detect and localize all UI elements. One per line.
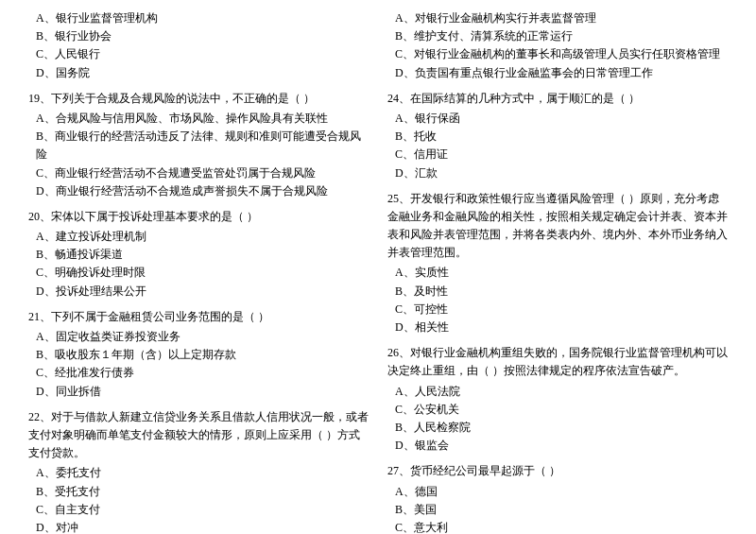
option-a: A、实质性 [387, 264, 728, 282]
option-d: D、汇款 [387, 164, 728, 182]
question-title-27: 27、货币经纪公司最早起源于（ ） [387, 462, 728, 480]
option-d: D、商业银行经营活动不合规造成声誉损失不属于合规风险 [28, 182, 369, 200]
option-c: C、可控性 [387, 301, 728, 319]
option-c: C、自主支付 [28, 501, 369, 519]
right-column: A、对银行业金融机构实行并表监督管理 B、维护支付、清算系统的正常运行 C、对银… [387, 9, 728, 534]
question-title-21: 21、下列不属于金融租赁公司业务范围的是（ ） [28, 308, 369, 326]
question-block-25: 25、开发银行和政策性银行应当遵循风险管理（ ）原则，充分考虑金融业务和金融风险… [387, 190, 728, 337]
option-b: B、畅通投诉渠道 [28, 246, 369, 264]
option-d: D、负责国有重点银行业金融监事会的日常管理工作 [387, 64, 728, 82]
question-title-22: 22、对于与借款人新建立信贷业务关系且借款人信用状况一般，或者支付对象明确而单笔… [28, 408, 369, 463]
question-title-26: 26、对银行业金融机构重组失败的，国务院银行业监督管理机构可以决定终止重组，由（… [387, 344, 728, 380]
question-block-26: 26、对银行业金融机构重组失败的，国务院银行业监督管理机构可以决定终止重组，由（… [387, 344, 728, 455]
question-block: A、银行业监督管理机构 B、银行业协会 C、人民银行 D、国务院 [28, 9, 369, 82]
option-c: C、意大利 [387, 519, 728, 534]
option-b: B、托收 [387, 128, 728, 146]
question-block-20: 20、宋体以下属于投诉处理基本要求的是（ ） A、建立投诉处理机制 B、畅通投诉… [28, 208, 369, 301]
question-block-19: 19、下列关于合规及合规风险的说法中，不正确的是（ ） A、合规风险与信用风险、… [28, 90, 369, 200]
option-a: A、银行业监督管理机构 [28, 9, 369, 27]
question-title-20: 20、宋体以下属于投诉处理基本要求的是（ ） [28, 208, 369, 226]
question-block-24: 24、在国际结算的几种方式中，属于顺汇的是（ ） A、银行保函 B、托收 C、信… [387, 90, 728, 182]
option-d: D、相关性 [387, 319, 728, 336]
option-a: A、合规风险与信用风险、市场风险、操作风险具有关联性 [28, 110, 369, 128]
option-a: A、德国 [387, 483, 728, 501]
option-a: A、固定收益类证券投资业务 [28, 328, 369, 346]
option-d: D、银监会 [387, 437, 728, 455]
option-d: D、国务院 [28, 64, 369, 82]
option-d: D、对冲 [28, 519, 369, 534]
page-content: A、银行业监督管理机构 B、银行业协会 C、人民银行 D、国务院 19、下列关于… [28, 9, 728, 534]
question-title-24: 24、在国际结算的几种方式中，属于顺汇的是（ ） [387, 90, 728, 108]
option-c: C、对银行业金融机构的董事长和高级管理人员实行任职资格管理 [387, 45, 728, 63]
option-d: D、同业拆借 [28, 383, 369, 401]
question-title-19: 19、下列关于合规及合规风险的说法中，不正确的是（ ） [28, 90, 369, 108]
question-block-27: 27、货币经纪公司最早起源于（ ） A、德国 B、美国 C、意大利 [387, 462, 728, 534]
left-column: A、银行业监督管理机构 B、银行业协会 C、人民银行 D、国务院 19、下列关于… [28, 9, 369, 534]
question-block-22: 22、对于与借款人新建立信贷业务关系且借款人信用状况一般，或者支付对象明确而单笔… [28, 408, 369, 534]
option-b: B、吸收股东１年期（含）以上定期存款 [28, 346, 369, 364]
option-c: C、信用证 [387, 146, 728, 164]
option-b: B、维护支付、清算系统的正常运行 [387, 27, 728, 45]
option-a: A、对银行业金融机构实行并表监督管理 [387, 9, 728, 27]
option-b: B、银行业协会 [28, 27, 369, 45]
option-a: A、人民法院 [387, 383, 728, 401]
option-b: B、及时性 [387, 283, 728, 301]
question-title-25: 25、开发银行和政策性银行应当遵循风险管理（ ）原则，充分考虑金融业务和金融风险… [387, 190, 728, 263]
option-c: C、明确投诉处理时限 [28, 264, 369, 282]
option-b: B、美国 [387, 501, 728, 519]
option-d: D、投诉处理结果公开 [28, 283, 369, 301]
option-c: C、人民银行 [28, 45, 369, 63]
option-b: B、人民检察院 [387, 419, 728, 437]
option-b: B、受托支付 [28, 483, 369, 501]
question-block-21: 21、下列不属于金融租赁公司业务范围的是（ ） A、固定收益类证券投资业务 B、… [28, 308, 369, 401]
right-question-block-1: A、对银行业金融机构实行并表监督管理 B、维护支付、清算系统的正常运行 C、对银… [387, 9, 728, 82]
option-c: C、公安机关 [387, 401, 728, 419]
option-c: C、商业银行经营活动不合规遭受监管处罚属于合规风险 [28, 164, 369, 182]
option-c: C、经批准发行债券 [28, 364, 369, 382]
option-a: A、委托支付 [28, 464, 369, 482]
option-b: B、商业银行的经营活动违反了法律、规则和准则可能遭受合规风险 [28, 128, 369, 164]
option-a: A、银行保函 [387, 110, 728, 128]
option-a: A、建立投诉处理机制 [28, 228, 369, 246]
